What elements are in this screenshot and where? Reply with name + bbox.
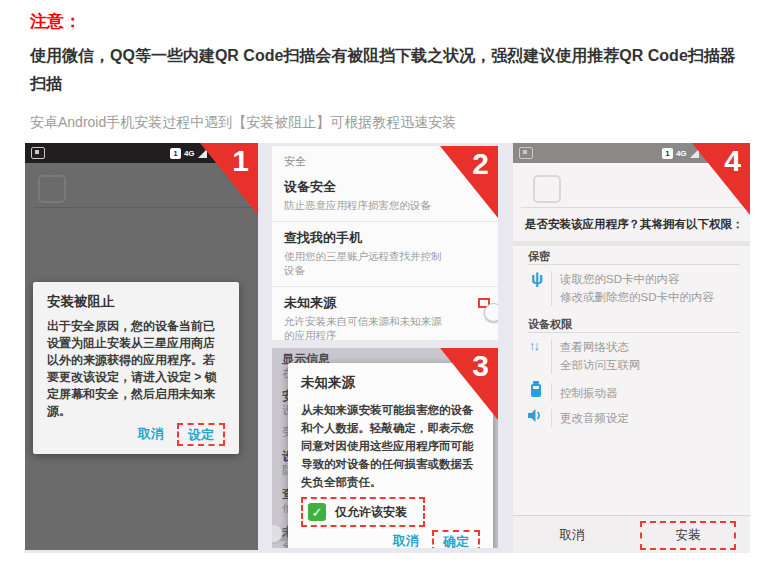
checkbox-area: ✓ 仅允许该安装: [301, 497, 480, 527]
unknown-sources-dialog: 未知来源 从未知来源安装可能损害您的设备和个人数据。轻敲确定，即表示您同意对因使…: [288, 363, 493, 548]
highlight-box: 设定: [177, 423, 225, 446]
toggle-knob: [484, 303, 498, 322]
highlight-box: [478, 298, 490, 308]
dialog-body: 出于安全原因，您的设备当前已设置为阻止安装从三星应用商店以外的来源获得的应用程序…: [47, 318, 225, 420]
permission-text: 查看网络状态: [560, 340, 629, 355]
battery-icon: [531, 384, 541, 397]
permission-text: 读取您的SD卡中的内容: [560, 272, 679, 287]
notice-title: 注意：: [30, 10, 81, 33]
highlight-box: 确定: [432, 530, 480, 549]
cancel-button[interactable]: 取消: [513, 517, 631, 553]
app-icon-placeholder: [38, 175, 66, 203]
phone-screen-4: 1 4G 7 是否安装该应用程序？其将拥有以下权限： 保密 ψ 读取您的SD卡中…: [513, 143, 750, 553]
network-type-indicator: 4G: [676, 149, 687, 158]
network-arrows-icon: ↑↓: [529, 338, 538, 353]
divider: [551, 383, 552, 401]
install-blocked-dialog: 安装被阻止 出于安全原因，您的设备当前已设置为阻止安装从三星应用商店以外的来源获…: [33, 282, 239, 454]
divider: [528, 332, 740, 333]
highlight-box: 安装: [640, 521, 736, 550]
step-number: 1: [232, 144, 249, 178]
usb-icon: ψ: [531, 270, 543, 288]
cancel-button[interactable]: 取消: [129, 420, 173, 448]
dialog-buttons: 取消 确定: [301, 527, 480, 548]
dialog-body: 从未知来源安装可能损害您的设备和个人数据。轻敲确定，即表示您同意对因使用这些应用…: [301, 401, 480, 491]
notification-count-badge: 1: [170, 148, 181, 159]
dialog-title: 安装被阻止: [47, 293, 225, 311]
cancel-button[interactable]: 取消: [384, 527, 428, 548]
signal-icon: [690, 149, 699, 158]
step-badge: [692, 143, 750, 215]
divider: [551, 339, 552, 374]
step-number: 3: [472, 349, 489, 383]
permission-text: 控制振动器: [560, 386, 618, 401]
settings-button[interactable]: 设定: [179, 422, 223, 447]
phone-screen-2: 安全 设备安全 防止恶意应用程序损害您的设备 查找我的手机 使用您的三星账户远程…: [272, 146, 498, 340]
step-number: 2: [472, 147, 489, 181]
setting-item-device-security[interactable]: 设备安全 防止恶意应用程序损害您的设备: [272, 171, 498, 222]
divider: [551, 271, 552, 306]
speaker-icon: [527, 408, 543, 427]
permission-text: 全部访问互联网: [560, 358, 641, 373]
divider: [521, 207, 742, 208]
divider: [528, 264, 740, 265]
install-prompt-title: 是否安装该应用程序？其将拥有以下权限：: [525, 217, 749, 232]
checkbox-checked-icon[interactable]: ✓: [308, 503, 326, 521]
item-title: 查找我的手机: [284, 229, 448, 247]
item-title: 未知来源: [284, 294, 448, 312]
divider: [551, 409, 552, 427]
signal-icon: [198, 149, 207, 158]
screenshot-icon: [519, 147, 533, 159]
divider: [33, 207, 252, 208]
item-subtitle: 防止恶意应用程序损害您的设备: [284, 199, 448, 213]
screenshot-icon: [31, 147, 45, 159]
tutorial-page: 注意： 使用微信，QQ等一些内建QR Code扫描会有被阻挡下载之状况，强烈建议…: [0, 0, 767, 570]
install-button[interactable]: 安装: [676, 528, 701, 542]
dialog-buttons: 取消 安装: [513, 515, 750, 553]
step-number: 4: [724, 144, 741, 178]
permission-text: 修改或删除您的SD卡中的内容: [560, 290, 714, 305]
notice-body: 使用微信，QQ等一些内建QR Code扫描会有被阻挡下载之状况，强烈建议使用推荐…: [30, 42, 744, 98]
item-subtitle: 允许安装来自可信来源和未知来源的应用程序: [284, 315, 448, 340]
phone-screen-1: 1 4G 7 安装被阻止 出于安全原因，您的设备当前已设置为阻止安装从三星应用商…: [25, 143, 258, 550]
notice-subtitle: 安卓Android手机安装过程中遇到【安装被阻止】可根据教程迅速安装: [30, 114, 744, 132]
highlight-box: ✓ 仅允许该安装: [301, 497, 425, 527]
section-band: [513, 241, 750, 246]
ok-button[interactable]: 确定: [434, 529, 478, 549]
notification-count-badge: 1: [662, 148, 673, 159]
item-subtitle: 使用您的三星账户远程查找并控制设备: [284, 250, 448, 278]
section-header-device: 设备权限: [528, 317, 572, 332]
section-header-privacy: 保密: [528, 249, 550, 264]
item-title: 设备安全: [284, 178, 448, 196]
dialog-buttons: 取消 设定: [47, 420, 225, 448]
app-icon-placeholder: [533, 175, 561, 203]
screenshot-strip: 1 4G 7 安装被阻止 出于安全原因，您的设备当前已设置为阻止安装从三星应用商…: [25, 143, 750, 553]
dialog-title: 未知来源: [301, 374, 480, 392]
permission-text: 更改音频设定: [560, 411, 629, 426]
phone-screen-3: 显示信息 在 安 设 受 设 防 查 使 未 允许安装来自可信来源和未知来源的应…: [272, 348, 498, 548]
checkbox-label: 仅允许该安装: [335, 504, 407, 521]
setting-item-unknown-sources[interactable]: 未知来源 允许安装来自可信来源和未知来源的应用程序: [272, 287, 498, 340]
setting-item-find-my-phone[interactable]: 查找我的手机 使用您的三星账户远程查找并控制设备: [272, 222, 498, 287]
network-type-indicator: 4G: [184, 149, 195, 158]
